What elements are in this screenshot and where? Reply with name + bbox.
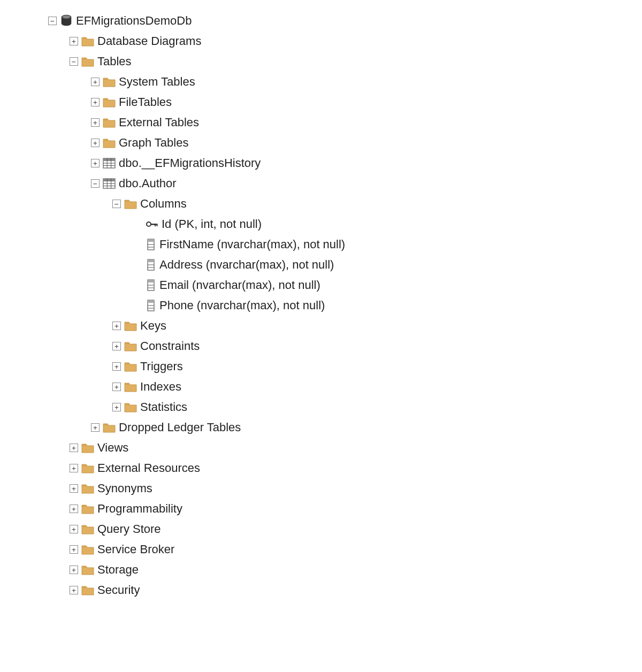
svg-point-16 xyxy=(147,222,151,226)
tree-node-triggers[interactable]: + Triggers xyxy=(5,356,637,377)
expand-icon[interactable]: + xyxy=(112,342,121,350)
tree-node-keys[interactable]: + Keys xyxy=(5,316,637,336)
table-icon xyxy=(103,157,116,169)
tree-node-label: Query Store xyxy=(97,522,161,536)
tree-node-database[interactable]: − EFMigrationsDemoDb xyxy=(5,11,637,31)
folder-icon xyxy=(124,340,137,352)
expand-icon[interactable]: + xyxy=(70,545,78,554)
tree-node-programmability[interactable]: + Programmability xyxy=(5,499,637,519)
folder-icon xyxy=(103,422,116,433)
tree-node-label: Triggers xyxy=(140,360,183,373)
svg-rect-18 xyxy=(155,224,156,226)
expand-icon[interactable]: + xyxy=(91,159,100,167)
expand-icon[interactable]: + xyxy=(70,484,78,493)
tree-node-label: Graph Tables xyxy=(119,136,188,150)
tree-node-column-address[interactable]: Address (nvarchar(max), not null) xyxy=(5,255,637,275)
database-icon xyxy=(60,14,73,27)
folder-icon xyxy=(81,564,94,576)
expand-icon[interactable]: + xyxy=(70,586,78,594)
tree-node-column-phone[interactable]: Phone (nvarchar(max), not null) xyxy=(5,295,637,316)
tree-node-storage[interactable]: + Storage xyxy=(5,560,637,580)
folder-icon xyxy=(103,117,116,128)
expand-icon[interactable]: + xyxy=(91,139,100,147)
expand-icon[interactable]: + xyxy=(70,525,78,533)
tree-node-author[interactable]: − dbo.Author xyxy=(5,173,637,194)
tree-node-views[interactable]: + Views xyxy=(5,438,637,458)
column-icon xyxy=(146,239,156,250)
tree-node-database-diagrams[interactable]: + Database Diagrams xyxy=(5,31,637,51)
tree-node-label: Address (nvarchar(max), not null) xyxy=(159,258,334,272)
collapse-icon[interactable]: − xyxy=(70,57,78,66)
tree-node-columns[interactable]: − Columns xyxy=(5,194,637,214)
folder-icon xyxy=(124,401,137,413)
object-explorer-tree: − EFMigrationsDemoDb + Database Diagrams… xyxy=(5,11,637,600)
tree-node-ef-migrations-history[interactable]: + dbo.__EFMigrationsHistory xyxy=(5,153,637,173)
expand-icon[interactable]: + xyxy=(91,118,100,127)
tree-node-label: External Resources xyxy=(97,461,200,475)
expand-icon[interactable]: + xyxy=(112,362,121,371)
table-icon xyxy=(103,178,116,189)
folder-icon xyxy=(81,523,94,535)
blank-toggle xyxy=(134,301,142,310)
tree-node-external-resources[interactable]: + External Resources xyxy=(5,458,637,478)
collapse-icon[interactable]: − xyxy=(48,17,57,25)
tree-node-file-tables[interactable]: + FileTables xyxy=(5,92,637,112)
tree-node-indexes[interactable]: + Indexes xyxy=(5,377,637,397)
tree-node-constraints[interactable]: + Constraints xyxy=(5,336,637,356)
folder-icon xyxy=(124,320,137,332)
tree-node-dropped-ledger-tables[interactable]: + Dropped Ledger Tables xyxy=(5,417,637,438)
tree-node-label: Id (PK, int, not null) xyxy=(162,217,262,231)
expand-icon[interactable]: + xyxy=(70,37,78,45)
tree-node-graph-tables[interactable]: + Graph Tables xyxy=(5,133,637,153)
tree-node-statistics[interactable]: + Statistics xyxy=(5,397,637,417)
tree-node-label: dbo.__EFMigrationsHistory xyxy=(119,156,261,170)
tree-node-service-broker[interactable]: + Service Broker xyxy=(5,539,637,560)
tree-node-label: Columns xyxy=(140,197,187,211)
tree-node-label: FileTables xyxy=(119,95,172,109)
folder-icon xyxy=(124,198,137,210)
collapse-icon[interactable]: − xyxy=(112,200,121,208)
tree-node-external-tables[interactable]: + External Tables xyxy=(5,112,637,133)
tree-node-column-email[interactable]: Email (nvarchar(max), not null) xyxy=(5,275,637,295)
expand-icon[interactable]: + xyxy=(112,383,121,391)
expand-icon[interactable]: + xyxy=(70,464,78,472)
tree-node-label: System Tables xyxy=(119,75,195,89)
tree-node-tables[interactable]: − Tables xyxy=(5,51,637,72)
svg-rect-25 xyxy=(148,259,154,262)
svg-rect-19 xyxy=(157,224,158,226)
folder-icon xyxy=(81,503,94,515)
tree-node-security[interactable]: + Security xyxy=(5,580,637,600)
folder-icon xyxy=(103,76,116,88)
tree-node-query-store[interactable]: + Query Store xyxy=(5,519,637,539)
blank-toggle xyxy=(134,220,142,228)
tree-node-label: Statistics xyxy=(140,400,187,414)
blank-toggle xyxy=(134,281,142,289)
svg-rect-11 xyxy=(103,179,115,181)
folder-icon xyxy=(124,361,137,372)
tree-node-column-id[interactable]: Id (PK, int, not null) xyxy=(5,214,637,234)
tree-node-label: Views xyxy=(97,441,128,455)
expand-icon[interactable]: + xyxy=(91,78,100,86)
collapse-icon[interactable]: − xyxy=(91,179,100,188)
expand-icon[interactable]: + xyxy=(112,403,121,411)
folder-icon xyxy=(81,56,94,67)
tree-node-label: Database Diagrams xyxy=(97,34,201,48)
tree-node-column-firstname[interactable]: FirstName (nvarchar(max), not null) xyxy=(5,234,637,255)
expand-icon[interactable]: + xyxy=(70,505,78,513)
tree-node-synonyms[interactable]: + Synonyms xyxy=(5,478,637,499)
tree-node-label: Tables xyxy=(97,55,132,68)
blank-toggle xyxy=(134,261,142,269)
primary-key-icon xyxy=(146,219,158,229)
expand-icon[interactable]: + xyxy=(112,322,121,330)
folder-icon xyxy=(81,35,94,47)
column-icon xyxy=(146,279,156,291)
expand-icon[interactable]: + xyxy=(91,98,100,106)
expand-icon[interactable]: + xyxy=(70,444,78,452)
expand-icon[interactable]: + xyxy=(70,566,78,574)
svg-rect-17 xyxy=(150,224,157,225)
tree-node-system-tables[interactable]: + System Tables xyxy=(5,72,637,92)
folder-icon xyxy=(81,544,94,555)
svg-point-3 xyxy=(63,16,70,18)
expand-icon[interactable]: + xyxy=(91,423,100,432)
tree-node-label: Service Broker xyxy=(97,543,174,556)
